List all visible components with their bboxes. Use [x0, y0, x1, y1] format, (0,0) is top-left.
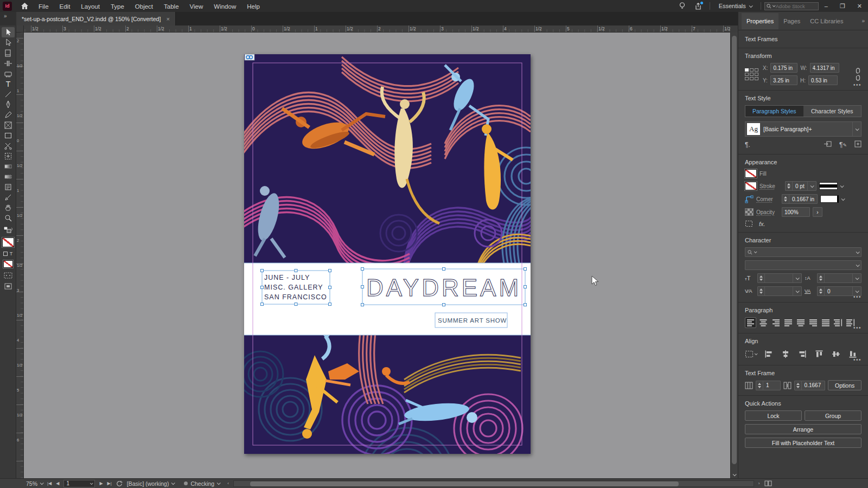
- menu-type[interactable]: Type: [105, 3, 130, 10]
- tab-cc-libraries[interactable]: CC Libraries: [805, 13, 848, 29]
- paragraph-styles-tab[interactable]: Paragraph Styles: [745, 106, 803, 117]
- title-text-frame[interactable]: DAYDREAM: [362, 269, 525, 305]
- pencil-tool[interactable]: [2, 110, 15, 120]
- more-options-icon[interactable]: •••: [853, 294, 861, 300]
- page-number-field[interactable]: [63, 480, 95, 487]
- opacity-label[interactable]: Opacity: [756, 209, 779, 215]
- minimize-button[interactable]: –: [819, 3, 834, 9]
- workspace-switcher[interactable]: Essentials: [719, 3, 752, 9]
- stroke-weight-stepper[interactable]: 0 pt: [785, 181, 816, 191]
- lock-button[interactable]: Lock: [745, 410, 802, 421]
- text-frame-options-button[interactable]: Options: [828, 380, 861, 390]
- menu-help[interactable]: Help: [241, 3, 265, 10]
- chevron-down-icon[interactable]: [841, 197, 845, 201]
- constrain-proportions-icon[interactable]: [854, 67, 861, 81]
- opacity-field[interactable]: 100%: [782, 207, 810, 217]
- horizontal-scrollbar-thumb[interactable]: [250, 481, 679, 486]
- scissors-tool[interactable]: [2, 140, 15, 151]
- y-field[interactable]: [770, 75, 797, 85]
- menu-layout[interactable]: Layout: [75, 3, 105, 10]
- h-field[interactable]: [808, 75, 838, 85]
- pilcrow-options-icon[interactable]: ¶.: [745, 141, 750, 149]
- reference-point-selector[interactable]: [745, 68, 758, 80]
- eyedropper-tool[interactable]: [2, 192, 15, 202]
- horizontal-scrollbar[interactable]: [233, 480, 754, 487]
- document-tab[interactable]: *set-up-a-postcard_END_V2.indd @ 150% [C…: [16, 12, 176, 25]
- paragraph-justify-all-button[interactable]: [820, 317, 831, 328]
- page-number-input[interactable]: [66, 480, 82, 486]
- gap-tool[interactable]: [2, 58, 15, 68]
- pasteboard[interactable]: JUNE - JULY MISC. GALLERY SAN FRANCISCO …: [24, 33, 730, 478]
- leading-stepper[interactable]: [817, 273, 861, 283]
- preflight-status[interactable]: Checking: [184, 480, 220, 487]
- preflight-profile-dropdown[interactable]: [Basic] (working): [127, 480, 175, 487]
- gradient-tool[interactable]: [2, 161, 15, 171]
- panel-collapse-icon[interactable]: »: [861, 18, 865, 24]
- formatting-container-icon[interactable]: [3, 252, 8, 256]
- stroke-swatch-none[interactable]: [3, 260, 13, 268]
- free-transform-tool[interactable]: [2, 151, 15, 161]
- vertical-scrollbar[interactable]: [730, 33, 738, 478]
- swap-fill-stroke-icon[interactable]: [3, 226, 13, 235]
- more-options-icon[interactable]: •••: [853, 82, 861, 88]
- pen-tool[interactable]: [2, 99, 15, 110]
- toolbar-expand-icon[interactable]: »: [0, 12, 16, 25]
- horizontal-ruler[interactable]: 1/231/221/211/201/211/221/231/241/251/26…: [24, 25, 730, 33]
- home-icon[interactable]: [21, 3, 28, 9]
- page-tool[interactable]: [2, 48, 15, 58]
- chevron-down-icon[interactable]: [840, 184, 844, 188]
- direct-selection-tool[interactable]: [2, 37, 15, 48]
- keyline-view-icon[interactable]: [4, 272, 12, 279]
- paragraph-align-left-button[interactable]: [745, 317, 756, 328]
- paragraph-towards-spine-button[interactable]: [832, 317, 844, 328]
- corner-radius-stepper[interactable]: 0.1667 in: [782, 194, 818, 204]
- paragraph-justify-center-button[interactable]: [795, 317, 806, 328]
- columns-stepper[interactable]: 1: [756, 381, 781, 390]
- zoom-tool[interactable]: [2, 213, 15, 223]
- last-page-button[interactable]: ▶|: [107, 481, 112, 486]
- tab-pages[interactable]: Pages: [778, 13, 805, 29]
- tab-close-icon[interactable]: ×: [166, 16, 169, 22]
- indesign-logo[interactable]: Id: [3, 2, 12, 11]
- vertical-ruler[interactable]: 21/211/201/211/221/231/241/251/26: [16, 33, 24, 478]
- align-to-selector[interactable]: [745, 350, 757, 358]
- content-collector-tool[interactable]: [2, 68, 15, 79]
- font-size-stepper[interactable]: [757, 273, 802, 283]
- gutter-stepper[interactable]: 0.1667: [794, 381, 826, 390]
- x-field[interactable]: [770, 63, 797, 73]
- hscroll-left-arrow[interactable]: ‹: [227, 481, 229, 486]
- opacity-expand-button[interactable]: ›: [813, 207, 822, 217]
- previous-page-button[interactable]: ◀: [56, 481, 59, 486]
- line-tool[interactable]: [2, 89, 15, 99]
- vertical-scrollbar-thumb[interactable]: [732, 36, 737, 464]
- learn-bulb-icon[interactable]: [679, 2, 685, 10]
- artwork-top[interactable]: [244, 54, 531, 285]
- ruler-corner[interactable]: [16, 25, 24, 33]
- preflight-icon[interactable]: [116, 480, 123, 487]
- align-top-button[interactable]: [813, 348, 826, 360]
- link-badge-icon[interactable]: [245, 54, 254, 60]
- kerning-stepper[interactable]: [757, 286, 802, 296]
- fill-swatch-none[interactable]: [2, 237, 14, 247]
- stroke-swatch[interactable]: [745, 182, 757, 190]
- redefine-style-icon[interactable]: [824, 140, 832, 149]
- paragraph-align-right-button[interactable]: [770, 317, 781, 328]
- next-page-button[interactable]: ▶: [99, 481, 103, 486]
- fill-swatch[interactable]: [745, 169, 757, 178]
- paragraph-justify-right-button[interactable]: [807, 317, 819, 328]
- paragraph-style-dropdown[interactable]: Ag [Basic Paragraph]+: [745, 121, 861, 137]
- style-override-icon[interactable]: ¶✎: [839, 141, 847, 149]
- paragraph-justify-left-button[interactable]: [782, 317, 794, 328]
- first-page-button[interactable]: |◀: [47, 481, 52, 486]
- corner-label[interactable]: Corner: [756, 196, 779, 202]
- menu-view[interactable]: View: [184, 3, 209, 10]
- font-family-combo[interactable]: [745, 247, 861, 257]
- type-tool[interactable]: T: [2, 79, 15, 89]
- postcard-artwork[interactable]: JUNE - JULY MISC. GALLERY SAN FRANCISCO …: [244, 54, 531, 454]
- menu-table[interactable]: Table: [158, 3, 184, 10]
- align-right-button[interactable]: [796, 348, 809, 360]
- character-styles-tab[interactable]: Character Styles: [803, 106, 861, 117]
- badge-text-frame[interactable]: SUMMER ART SHOW: [435, 313, 507, 328]
- menu-window[interactable]: Window: [208, 3, 241, 10]
- hand-tool[interactable]: [2, 202, 15, 213]
